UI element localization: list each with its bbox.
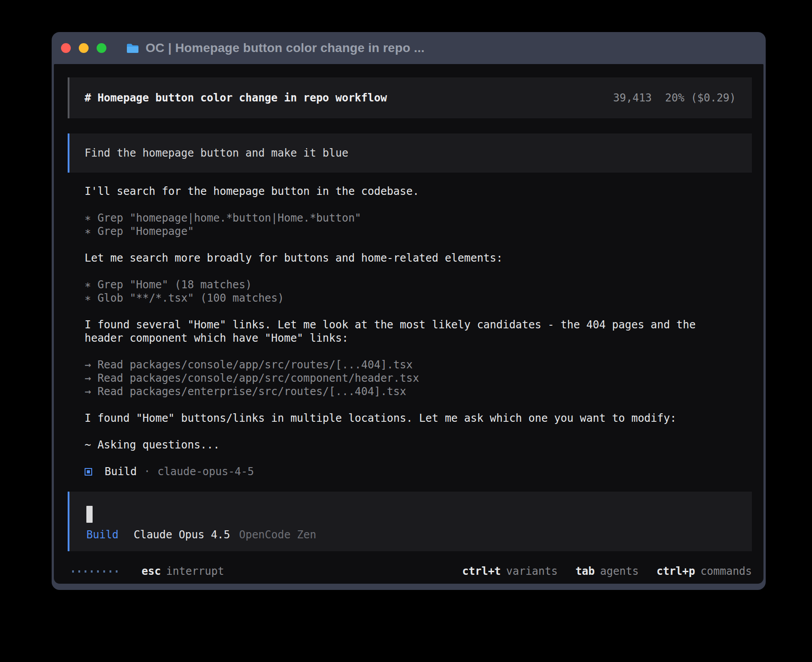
token-count: 39,413 <box>613 91 652 105</box>
assistant-line: ∗ Grep "Homepage" <box>85 225 735 238</box>
assistant-line: I found "Home" buttons/links in multiple… <box>85 412 735 425</box>
agent-status-row: Build · claude-opus-4-5 <box>85 465 752 478</box>
traffic-lights <box>61 43 106 53</box>
maximize-button[interactable] <box>97 43 106 53</box>
session-stats: 39,413 20% ($0.29) <box>613 91 736 105</box>
input-provider-label: OpenCode Zen <box>239 528 316 541</box>
assistant-line: ∗ Grep "Home" (18 matches) <box>85 278 735 291</box>
agent-build-icon <box>85 468 92 476</box>
assistant-line: ~ Asking questions... <box>85 438 735 452</box>
assistant-paragraph: I found "Home" buttons/links in multiple… <box>85 412 735 425</box>
user-message: Find the homepage button and make it blu… <box>68 133 752 173</box>
esc-key-hint: esc <box>142 565 161 578</box>
spinner-dot <box>85 570 86 573</box>
assistant-line: ∗ Grep "homepage|home.*button|Home.*butt… <box>85 211 735 225</box>
terminal-window: OC | Homepage button color change in rep… <box>52 32 766 590</box>
spinner-dot <box>103 570 105 573</box>
prompt-input[interactable]: Build Claude Opus 4.5 OpenCode Zen <box>68 492 752 551</box>
assistant-line: ∗ Glob "**/*.tsx" (100 matches) <box>85 291 735 305</box>
spinner-dot <box>72 570 74 573</box>
input-meta-row: Build Claude Opus 4.5 OpenCode Zen <box>86 528 735 541</box>
user-message-text: Find the homepage button and make it blu… <box>85 146 348 160</box>
minimize-button[interactable] <box>79 43 89 53</box>
spinner-dot <box>110 570 111 573</box>
assistant-paragraph: ∗ Grep "homepage|home.*button|Home.*butt… <box>85 211 735 238</box>
assistant-line: → Read packages/enterprise/src/routes/[.… <box>85 385 735 398</box>
assistant-line: → Read packages/console/app/src/routes/[… <box>85 358 735 371</box>
assistant-line: I'll search for the homepage button in t… <box>85 185 735 198</box>
window-titlebar[interactable]: OC | Homepage button color change in rep… <box>52 32 766 64</box>
shortcut-commands: ctrl+p commands <box>657 565 752 578</box>
window-title: OC | Homepage button color change in rep… <box>146 41 425 55</box>
context-cost: 20% ($0.29) <box>665 91 736 105</box>
spinner-dots <box>72 570 118 573</box>
status-left: esc interrupt <box>68 565 224 578</box>
assistant-paragraph: I'll search for the homepage button in t… <box>85 185 735 198</box>
close-button[interactable] <box>61 43 71 53</box>
assistant-paragraph: ∗ Grep "Home" (18 matches)∗ Glob "**/*.t… <box>85 278 735 305</box>
input-model-label: Claude Opus 4.5 <box>134 528 230 541</box>
folder-icon <box>126 43 139 54</box>
assistant-line: → Read packages/console/app/src/componen… <box>85 371 735 385</box>
assistant-messages: I'll search for the homepage button in t… <box>85 185 735 465</box>
session-title: # Homepage button color change in repo w… <box>85 91 387 105</box>
assistant-paragraph: ~ Asking questions... <box>85 438 735 452</box>
shortcut-agents: tab agents <box>576 565 639 578</box>
shortcut-variants: ctrl+t variants <box>462 565 557 578</box>
input-agent-label[interactable]: Build <box>86 528 118 541</box>
esc-key-label: interrupt <box>166 565 224 578</box>
status-bar: esc interrupt ctrl+t variants tab agents… <box>68 565 752 578</box>
text-cursor <box>86 506 93 523</box>
agent-model: claude-opus-4-5 <box>158 465 254 478</box>
spinner-dot <box>116 570 118 573</box>
assistant-line: Let me search more broadly for buttons a… <box>85 251 735 265</box>
status-right: ctrl+t variants tab agents ctrl+p comman… <box>462 565 752 578</box>
spinner-dot <box>97 570 99 573</box>
assistant-line: I found several "Home" links. Let me loo… <box>85 318 735 345</box>
spinner-dot <box>78 570 80 573</box>
terminal-content: # Homepage button color change in repo w… <box>54 64 763 584</box>
agent-separator: · <box>144 465 150 478</box>
spinner-dot <box>91 570 93 573</box>
assistant-paragraph: → Read packages/console/app/src/routes/[… <box>85 358 735 398</box>
agent-name: Build <box>105 465 137 478</box>
session-header: # Homepage button color change in repo w… <box>68 77 752 118</box>
assistant-paragraph: Let me search more broadly for buttons a… <box>85 251 735 265</box>
assistant-paragraph: I found several "Home" links. Let me loo… <box>85 318 735 345</box>
